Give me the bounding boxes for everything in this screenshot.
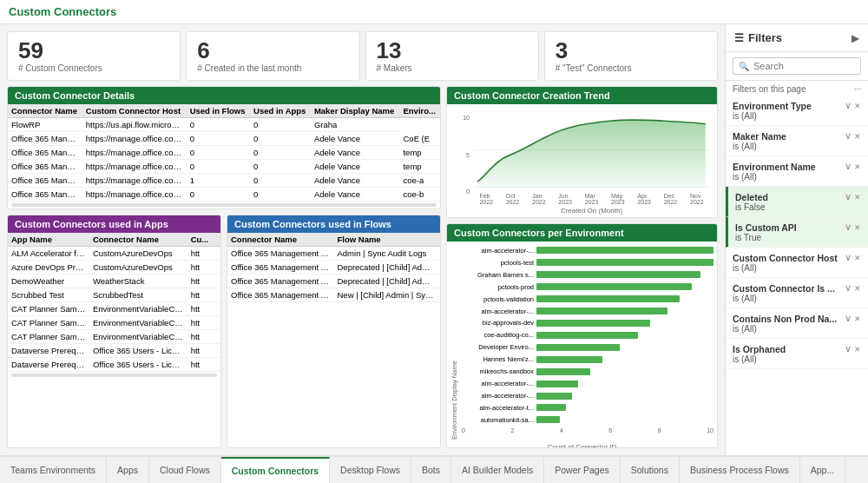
- filter-item-name: Is Custom API: [735, 222, 797, 233]
- clear-icon[interactable]: ✕: [854, 314, 861, 323]
- bar-row: alm-accelerator-...: [460, 392, 713, 400]
- col-host: Custom Connector Host: [82, 104, 187, 118]
- card-label-3: # "Test" Connectors: [556, 63, 707, 73]
- creation-trend-chart: Custom Connector Creation Trend 10 5 0: [446, 86, 718, 218]
- flows-col-flow: Flow Name: [334, 233, 441, 247]
- chevron-down-icon[interactable]: ∨: [845, 282, 852, 294]
- x-label-dec: Dec2022: [664, 193, 678, 205]
- col-flows: Used in Flows: [187, 104, 250, 118]
- col-enviro: Enviro...: [399, 104, 440, 118]
- tab-solutions[interactable]: Solutions: [621, 457, 680, 483]
- env-x-label: Count of Connector ID: [447, 443, 717, 448]
- filters-more-icon[interactable]: ···: [854, 84, 861, 94]
- bar-row: alm-accelerator-...: [460, 380, 713, 387]
- table-row: Office 365 Management APIDeprecated | [C…: [227, 275, 440, 288]
- bar: [536, 320, 650, 327]
- summary-card-2: 13 # Makers: [365, 31, 539, 81]
- bar-row: alm-accelerator-...: [460, 247, 713, 255]
- creation-trend-title: Custom Connector Creation Trend: [447, 87, 717, 104]
- tab-teams-environments[interactable]: Teams Environments: [0, 457, 107, 483]
- bar-label: alm-accelerator-...: [460, 247, 534, 255]
- clear-icon[interactable]: ✕: [854, 345, 861, 354]
- chevron-down-icon[interactable]: ∨: [845, 313, 852, 324]
- clear-icon[interactable]: ✕: [854, 223, 861, 232]
- filter-item-name: Custom Connector Is ...: [733, 283, 835, 294]
- bar-row: pctools-prod: [460, 283, 713, 291]
- chevron-down-icon[interactable]: ∨: [845, 161, 852, 172]
- table-row: CAT Planner Sample AppEnvironmentVariabl…: [8, 330, 220, 344]
- apps-scrollbar: [11, 374, 217, 377]
- clear-icon[interactable]: ✕: [854, 193, 861, 202]
- summary-card-0: 59 # Custom Connectors: [7, 31, 181, 81]
- trend-svg: [473, 111, 710, 189]
- filter-item[interactable]: Deleted∨✕is False: [726, 187, 868, 217]
- flows-table-header: Custom Connectors used in Flows: [227, 215, 440, 233]
- filter-item-name: Environment Name: [733, 162, 816, 172]
- apps-col-cu: Cu...: [187, 233, 220, 247]
- table-row: Office 365 Management API Newhttps://man…: [8, 174, 440, 188]
- filter-item-value: is (All): [733, 324, 861, 334]
- y-label-0: 0: [454, 189, 470, 195]
- x-tick-10: 10: [707, 427, 713, 433]
- y-label-5: 5: [454, 152, 470, 158]
- bar: [536, 295, 680, 302]
- clear-icon[interactable]: ✕: [854, 132, 861, 141]
- filter-item[interactable]: Custom Connector Is ...∨✕is (All): [726, 278, 868, 308]
- chevron-down-icon[interactable]: ∨: [845, 252, 852, 263]
- filter-item[interactable]: Custom Connector Host∨✕is (All): [726, 248, 868, 278]
- bar-row: alm-accelerator-t...: [460, 404, 713, 412]
- connector-details-data: Connector Name Custom Connector Host Use…: [8, 104, 440, 202]
- bar-label: alm-accelerator-t...: [460, 404, 534, 412]
- search-icon: 🔍: [739, 62, 749, 71]
- filter-item[interactable]: Maker Name∨✕is (All): [726, 126, 868, 156]
- x-tick-0: 0: [462, 427, 465, 433]
- bar-row: biz-approvals-dev: [460, 319, 713, 327]
- chevron-down-icon[interactable]: ∨: [845, 343, 852, 354]
- chevron-down-icon[interactable]: ∨: [845, 130, 852, 142]
- tab-bots[interactable]: Bots: [411, 457, 451, 483]
- summary-card-3: 3 # "Test" Connectors: [544, 31, 718, 81]
- clear-icon[interactable]: ✕: [854, 284, 861, 293]
- card-number-0: 59: [18, 39, 169, 62]
- summary-card-1: 6 # Created in the last month: [186, 31, 359, 81]
- chevron-down-icon[interactable]: ∨: [845, 222, 852, 233]
- search-input[interactable]: [753, 61, 855, 71]
- filter-item-name: Custom Connector Host: [733, 253, 838, 263]
- filter-item[interactable]: Environment Name∨✕is (All): [726, 156, 868, 187]
- tab-apps[interactable]: Apps: [107, 457, 149, 483]
- x-label-mar: Mar2023: [585, 193, 599, 205]
- bar-label: mikeochs-sandbox: [460, 367, 534, 375]
- x-tick-6: 6: [608, 427, 612, 433]
- filter-item-name: Environment Type: [733, 101, 812, 111]
- tab-ai-builder-models[interactable]: AI Builder Models: [451, 457, 544, 483]
- filter-item[interactable]: Is Orphaned∨✕is (All): [726, 339, 868, 369]
- tab-custom-connectors[interactable]: Custom Connectors: [221, 457, 330, 483]
- chevron-down-icon[interactable]: ∨: [845, 191, 852, 202]
- table-row: Office 365 Management APIhttps://manage.…: [8, 146, 440, 160]
- tab-cloud-flows[interactable]: Cloud Flows: [149, 457, 221, 483]
- tab-business-process-flows[interactable]: Business Process Flows: [680, 457, 800, 483]
- col-connector-name: Connector Name: [8, 104, 82, 118]
- filter-item[interactable]: Is Custom API∨✕is True: [726, 217, 868, 248]
- clear-icon[interactable]: ✕: [854, 102, 861, 110]
- tab-power-pages[interactable]: Power Pages: [544, 457, 620, 483]
- bar-row: pctools-validation: [460, 295, 713, 303]
- bar-row: Graham Barnes s...: [460, 271, 713, 279]
- bar-row: alm-accelerator-...: [460, 308, 713, 315]
- col-maker: Maker Display Name: [311, 104, 400, 118]
- chevron-down-icon[interactable]: ∨: [845, 100, 852, 111]
- filters-expand-icon[interactable]: ▶: [852, 32, 859, 44]
- table-row: ALM Accelerator for Power PlatformCustom…: [8, 247, 220, 261]
- bar: [536, 416, 560, 423]
- filter-item[interactable]: Environment Type∨✕is (All): [726, 96, 868, 126]
- table-row: Office 365 Management APIAdmin | Sync Au…: [227, 247, 440, 261]
- tab-app...[interactable]: App...: [800, 457, 845, 483]
- x-label-may: May2023: [611, 193, 625, 205]
- clear-icon[interactable]: ✕: [854, 162, 861, 171]
- bar: [536, 247, 713, 254]
- clear-icon[interactable]: ✕: [854, 254, 861, 262]
- filter-item[interactable]: Contains Non Prod Na...∨✕is (All): [726, 308, 868, 339]
- tab-desktop-flows[interactable]: Desktop Flows: [330, 457, 411, 483]
- bar-label: alm-accelerator-...: [460, 380, 534, 387]
- x-label-apr: Apr2023: [637, 193, 651, 205]
